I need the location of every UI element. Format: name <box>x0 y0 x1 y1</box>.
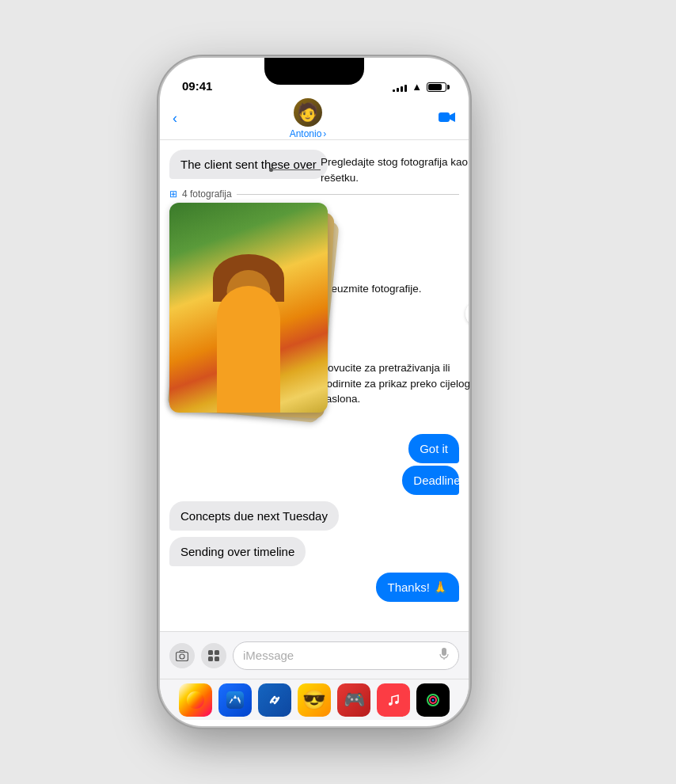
signal-bars-icon <box>393 82 407 92</box>
battery-icon <box>427 82 446 92</box>
svg-point-14 <box>275 697 278 699</box>
grid-icon: ⊞ <box>169 188 177 200</box>
photo-count-divider <box>237 194 459 195</box>
svg-rect-5 <box>208 650 213 655</box>
photo-card-1[interactable] <box>169 203 328 413</box>
svg-rect-8 <box>215 657 219 661</box>
notch <box>264 58 364 85</box>
photo-person <box>201 254 296 413</box>
dock-shazam[interactable] <box>258 683 291 717</box>
svg-rect-4 <box>180 650 184 652</box>
bubble-thanks: Thanks! 🙏 <box>376 573 459 602</box>
svg-point-19 <box>432 698 435 701</box>
svg-point-15 <box>389 702 392 706</box>
photo-stack-container: ⊞ 4 fotografija <box>169 188 459 424</box>
bubble-got-it: Got it <box>408 434 459 463</box>
bubble-concepts: Concepts due next Tuesday <box>169 501 339 531</box>
svg-rect-9 <box>442 648 446 656</box>
camera-button[interactable] <box>169 643 195 668</box>
dock-game[interactable]: 🎮 <box>337 683 370 717</box>
dock-photos[interactable] <box>179 683 212 717</box>
iphone-frame: 09:41 ▲ ‹ 🧑 Antonio <box>160 58 469 726</box>
message-6: Thanks! 🙏 <box>169 573 459 602</box>
status-time: 09:41 <box>182 79 212 93</box>
svg-rect-0 <box>439 112 450 122</box>
battery-fill <box>428 84 442 90</box>
svg-rect-2 <box>177 652 188 660</box>
dock: 😎 🎮 <box>160 679 469 720</box>
signal-bar-1 <box>393 89 395 92</box>
message-5: Sending over timeline <box>169 537 459 566</box>
scene: 09:41 ▲ ‹ 🧑 Antonio <box>0 0 676 784</box>
imessage-input[interactable]: iMessage <box>233 641 459 670</box>
photo-count-label: ⊞ 4 fotografija <box>169 188 459 200</box>
svg-rect-12 <box>226 691 244 709</box>
mic-icon <box>439 648 449 663</box>
video-call-button[interactable] <box>439 109 456 127</box>
dock-memoji[interactable]: 😎 <box>298 683 331 717</box>
back-button[interactable]: ‹ <box>173 110 177 127</box>
avatar: 🧑 <box>294 98 322 127</box>
signal-bar-3 <box>401 86 403 92</box>
apps-button[interactable] <box>201 643 226 668</box>
message-4: Concepts due next Tuesday <box>169 501 459 531</box>
messages-area: The client sent these over ⊞ 4 fotografi… <box>160 140 469 631</box>
status-icons: ▲ <box>393 81 446 93</box>
nav-bar: ‹ 🧑 Antonio › <box>160 97 469 140</box>
person-body <box>217 286 280 413</box>
wifi-icon: ▲ <box>412 81 422 93</box>
svg-rect-7 <box>208 657 213 661</box>
photo-share-button[interactable] <box>465 301 469 326</box>
sent-group: Got it Deadline? <box>383 434 459 495</box>
photo-image <box>169 203 328 413</box>
nav-contact[interactable]: 🧑 Antonio › <box>290 98 327 139</box>
svg-point-11 <box>187 691 204 709</box>
svg-rect-6 <box>215 650 219 655</box>
input-placeholder: iMessage <box>243 649 294 662</box>
contact-name: Antonio › <box>290 128 327 139</box>
signal-bar-2 <box>397 88 399 92</box>
input-bar: iMessage <box>160 631 469 679</box>
svg-point-13 <box>272 700 275 702</box>
dock-music[interactable] <box>377 683 410 717</box>
dock-fitness[interactable] <box>416 683 450 717</box>
bubble-deadline: Deadline? <box>402 466 459 495</box>
bubble-timeline: Sending over timeline <box>169 537 306 566</box>
bubble-received: The client sent these over <box>169 150 328 179</box>
svg-point-3 <box>180 654 184 659</box>
message-3: Got it Deadline? <box>169 434 459 495</box>
signal-bar-4 <box>404 85 407 92</box>
message-1: The client sent these over <box>169 150 459 179</box>
svg-point-16 <box>395 701 398 704</box>
photo-stack[interactable] <box>169 203 336 424</box>
dock-appstore[interactable] <box>218 683 252 717</box>
